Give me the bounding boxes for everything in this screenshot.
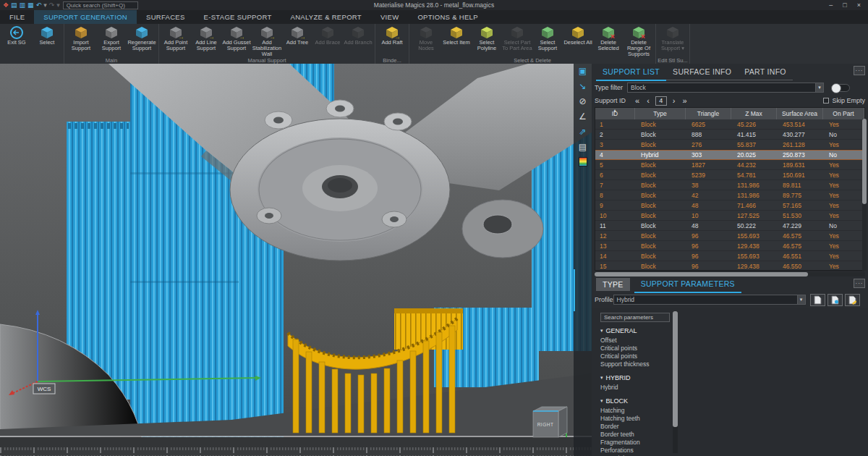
open-file-icon[interactable]: ▥ xyxy=(20,1,26,9)
edit-profile-button[interactable] xyxy=(845,294,860,306)
table-vertical-scrollbar[interactable] xyxy=(862,119,867,271)
redo-dropdown-icon[interactable]: ▾ xyxy=(56,1,60,9)
tab-file[interactable]: FILE xyxy=(0,10,34,24)
export-support-button[interactable]: Export Support xyxy=(96,25,127,51)
param-item-hybrid[interactable]: Hybrid xyxy=(600,384,671,392)
table-row-support-11[interactable]: 11Block4850.22247.229No xyxy=(595,221,864,231)
tab-part-info[interactable]: PART INFO xyxy=(738,64,793,80)
undo-icon[interactable]: ↶ xyxy=(36,1,42,9)
measure-info-icon[interactable]: ⇗ xyxy=(579,127,586,137)
param-item-border-teeth[interactable]: Border teeth xyxy=(600,431,671,439)
type-filter-dropdown[interactable]: Block ▾ xyxy=(627,83,824,93)
table-row-support-12[interactable]: 12Block96155.69346.575Yes xyxy=(595,231,864,241)
param-item-critical-points[interactable]: Critical points xyxy=(600,352,671,360)
param-section-header[interactable]: ▾GENERAL xyxy=(600,327,671,334)
add-branch-button[interactable]: Add Branch xyxy=(343,25,373,46)
move-nodes-button[interactable]: Move Nodes xyxy=(411,25,441,51)
param-item-offset[interactable]: Offset xyxy=(600,337,671,345)
delete-selected-button[interactable]: ×Delete Selected xyxy=(593,25,624,51)
filter-toggle[interactable] xyxy=(831,84,850,92)
panel-more-button[interactable]: ··· xyxy=(854,66,865,75)
last-support-button[interactable]: » xyxy=(683,96,687,105)
add-line-support-button[interactable]: →Add Line Support xyxy=(191,25,221,51)
param-item-support-thickness[interactable]: Support thickness xyxy=(600,360,671,368)
tab-view[interactable]: VIEW xyxy=(371,10,408,24)
column-header-triangle[interactable]: Triangle xyxy=(686,108,731,119)
table-row-support-10[interactable]: 10Block10127.52551.530Yes xyxy=(595,211,864,221)
scrollbar-thumb[interactable] xyxy=(673,311,678,427)
measure-diameter-icon[interactable]: ⊘ xyxy=(579,96,586,106)
add-tree-button[interactable]: →Add Tree xyxy=(282,25,312,46)
table-row-support-8[interactable]: 8Block42131.98689.775Yes xyxy=(595,190,864,200)
param-item-fragmentation[interactable]: Fragmentation xyxy=(600,439,671,447)
tab-type[interactable]: TYPE xyxy=(596,278,630,291)
param-item-critical-points[interactable]: Critical points xyxy=(600,345,671,352)
close-button[interactable]: × xyxy=(857,1,861,9)
redo-icon[interactable]: ↷ xyxy=(49,1,55,9)
column-header-surface-area[interactable]: Surface Area xyxy=(777,108,823,119)
delete-range-of-supports-button[interactable]: ×Delete Range Of Supports xyxy=(624,25,654,57)
tab-surface-info[interactable]: SURFACE INFO xyxy=(666,64,738,80)
tab-surfaces[interactable]: SURFACES xyxy=(137,10,195,24)
table-row-support-4[interactable]: 4Hybrid30320.025250.873No xyxy=(595,150,864,160)
tab-support-list[interactable]: SUPPORT LIST xyxy=(596,64,666,81)
measure-angle-icon[interactable]: ∠ xyxy=(579,111,587,122)
exit-sg-button[interactable]: Exit SG xyxy=(1,25,32,46)
table-row-support-5[interactable]: 5Block182744.232189.631Yes xyxy=(595,160,864,170)
view-cube[interactable]: RIGHT xyxy=(533,407,567,437)
table-row-support-14[interactable]: 14Block96155.69346.551Yes xyxy=(595,251,864,261)
translate-support-button[interactable]: Translate Support ▾ xyxy=(658,25,688,51)
duplicate-profile-button[interactable] xyxy=(827,294,843,306)
select-support-button[interactable]: Select Support xyxy=(532,25,563,51)
regenerate-support-button[interactable]: Regenerate Support xyxy=(127,25,157,51)
viewport-3d[interactable]: WCS RIGHT xyxy=(0,64,592,456)
column-header-id[interactable]: ▴ID xyxy=(595,108,635,119)
select-polyline-button[interactable]: Select Polyline xyxy=(472,25,502,51)
column-header-z-max[interactable]: Z Max xyxy=(731,108,777,119)
tree-scrollbar[interactable] xyxy=(673,311,678,453)
previous-support-button[interactable]: ‹ xyxy=(647,96,650,105)
tab-analyze-report[interactable]: ANALYZE & REPORT xyxy=(281,10,371,24)
table-row-support-9[interactable]: 9Block4871.46657.165Yes xyxy=(595,200,864,211)
save-icon[interactable]: ▦ xyxy=(27,1,34,9)
tab-support-generation[interactable]: SUPPORT GENERATION xyxy=(34,10,137,24)
table-row-support-13[interactable]: 13Block96129.43846.575Yes xyxy=(595,241,864,251)
restore-button[interactable]: □ xyxy=(843,1,846,9)
part-flange[interactable] xyxy=(230,119,450,261)
tab-options-help[interactable]: OPTIONS & HELP xyxy=(408,10,487,24)
table-row-support-15[interactable]: 15Block96129.43846.550Yes xyxy=(595,261,864,271)
select-part-to-part-area-button[interactable]: Select Part To Part Area xyxy=(502,25,532,51)
next-support-button[interactable]: › xyxy=(673,96,676,105)
save-profile-button[interactable] xyxy=(810,294,825,306)
new-scene-icon[interactable]: ▤ xyxy=(11,1,17,9)
deselect-all-button[interactable]: Deselect All xyxy=(563,25,593,46)
table-row-support-1[interactable]: 1Block662545.226453.514Yes xyxy=(595,119,864,130)
select-item-button[interactable]: Select Item xyxy=(441,25,472,46)
chevron-down-icon[interactable]: ▾ xyxy=(815,83,823,92)
view-cube-icon[interactable]: ▣ xyxy=(579,66,587,76)
scrollbar-thumb[interactable] xyxy=(862,119,867,204)
param-section-header[interactable]: ▾HYBRID xyxy=(600,374,671,381)
undo-dropdown-icon[interactable]: ▾ xyxy=(43,1,47,9)
add-gusset-support-button[interactable]: →Add Gusset Support xyxy=(221,25,252,51)
param-item-hatching-teeth[interactable]: Hatching teeth xyxy=(600,415,671,423)
report-page-icon[interactable]: ▤ xyxy=(579,142,587,152)
add-raft-button[interactable]: →Add Raft xyxy=(377,25,407,46)
param-item-hatching[interactable]: Hatching xyxy=(600,407,671,415)
table-row-support-3[interactable]: 3Block27655.837261.128Yes xyxy=(595,140,864,150)
magics-logo-icon[interactable]: ❖ xyxy=(3,1,9,9)
add-point-support-button[interactable]: →Add Point Support xyxy=(161,25,191,51)
minimize-button[interactable]: – xyxy=(829,1,833,9)
profile-dropdown[interactable]: Hybrid ▾ xyxy=(613,295,806,305)
support-id-value[interactable]: 4 xyxy=(655,96,667,106)
add-stabilization-wall-button[interactable]: →Add Stabilization Wall xyxy=(252,25,282,57)
search-parameters-input[interactable] xyxy=(600,313,670,322)
param-item-perforations[interactable]: Perforations xyxy=(600,447,671,455)
add-brace-button[interactable]: Add Brace xyxy=(312,25,343,46)
tab-e-stage-support[interactable]: E-STAGE SUPPORT xyxy=(195,10,281,24)
table-row-support-2[interactable]: 2Block88841.415430.277No xyxy=(595,130,864,140)
quick-search-input[interactable] xyxy=(63,1,138,9)
chevron-down-icon[interactable]: ▾ xyxy=(797,295,805,304)
param-item-border[interactable]: Border xyxy=(600,423,671,431)
import-support-button[interactable]: Import Support xyxy=(66,25,96,51)
